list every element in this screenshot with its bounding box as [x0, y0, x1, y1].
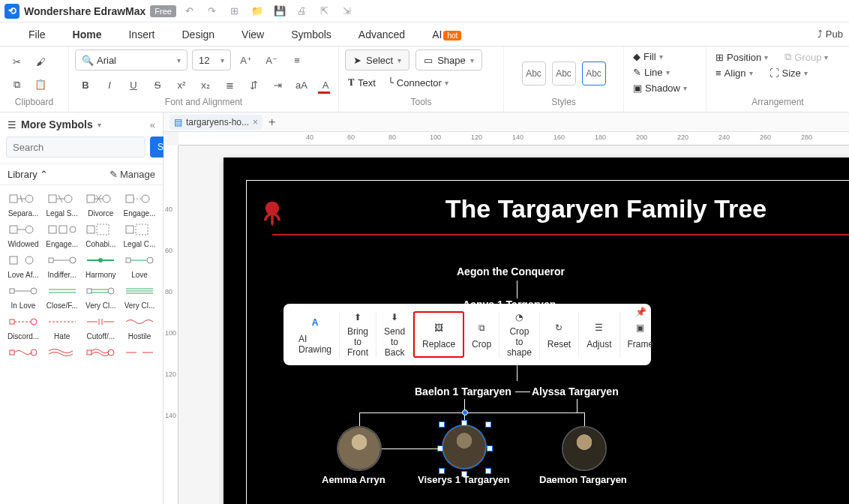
- tree-node[interactable]: Daemon Targaryen: [539, 474, 627, 485]
- font-color-icon[interactable]: A: [315, 75, 336, 94]
- connector-tool[interactable]: ╰ Connector ▾: [385, 75, 452, 90]
- library-label[interactable]: Library ⌃: [8, 169, 48, 180]
- symbol-icon[interactable]: [84, 220, 117, 238]
- menu-insert[interactable]: Insert: [115, 24, 168, 45]
- shadow-button[interactable]: ▣ Shadow ▾: [630, 81, 690, 95]
- select-tool[interactable]: ➤ Select ▾: [345, 50, 410, 70]
- avatar[interactable]: [562, 426, 607, 471]
- decrease-font-icon[interactable]: A⁻: [261, 50, 282, 70]
- menu-file[interactable]: File: [15, 24, 59, 45]
- fill-button[interactable]: ◆ Fill ▾: [630, 50, 666, 64]
- symbol-icon[interactable]: [7, 220, 40, 238]
- symbol-icon[interactable]: [46, 220, 79, 238]
- symbol-icon[interactable]: [7, 190, 40, 208]
- align-button[interactable]: ≡ Align▾: [712, 66, 756, 80]
- style-preset-2[interactable]: Abc: [552, 62, 576, 86]
- font-size-select[interactable]: 12▾: [192, 50, 231, 70]
- style-preset-1[interactable]: Abc: [522, 62, 546, 86]
- symbol-icon[interactable]: [84, 313, 117, 331]
- paste-icon[interactable]: 📋: [30, 75, 51, 94]
- hamburger-icon[interactable]: ☰: [8, 119, 16, 130]
- symbol-icon[interactable]: [123, 344, 156, 362]
- undo-icon[interactable]: ↶: [181, 2, 199, 20]
- symbol-icon[interactable]: [123, 282, 156, 300]
- symbol-icon[interactable]: [7, 251, 40, 269]
- indent-icon[interactable]: ⇥: [267, 75, 288, 94]
- manage-button[interactable]: ✎ Manage: [110, 169, 155, 180]
- text-tool[interactable]: 𝐓 Text: [345, 75, 379, 90]
- symbol-icon[interactable]: [46, 282, 79, 300]
- symbol-icon[interactable]: [84, 282, 117, 300]
- save-icon[interactable]: 💾: [271, 2, 289, 20]
- ctx-replace[interactable]: 🖼Replace: [413, 311, 464, 358]
- ctx-adjust[interactable]: ☰Adjust: [579, 311, 620, 358]
- import-icon[interactable]: ⇲: [338, 2, 356, 20]
- spacing-icon[interactable]: ⇵: [243, 75, 264, 94]
- symbol-icon[interactable]: [7, 313, 40, 331]
- symbol-icon[interactable]: [84, 190, 117, 208]
- symbol-icon[interactable]: [46, 190, 79, 208]
- add-tab-icon[interactable]: +: [268, 116, 275, 129]
- close-tab-icon[interactable]: ×: [253, 117, 258, 128]
- avatar-selected[interactable]: [442, 424, 487, 470]
- superscript-icon[interactable]: x²: [171, 75, 192, 94]
- shape-tool[interactable]: ▭ Shape ▾: [416, 50, 482, 70]
- italic-icon[interactable]: I: [99, 75, 120, 94]
- pin-icon[interactable]: 📌: [635, 307, 646, 317]
- menu-advanced[interactable]: Advanced: [345, 24, 418, 45]
- cut-icon[interactable]: ✂: [6, 52, 27, 72]
- symbol-icon[interactable]: [84, 344, 117, 362]
- ctx-bring-front[interactable]: ⬆Bring to Front: [340, 311, 376, 358]
- symbol-icon[interactable]: [84, 251, 117, 269]
- symbol-icon[interactable]: [123, 190, 156, 208]
- symbol-icon[interactable]: [123, 313, 156, 331]
- bold-icon[interactable]: B: [75, 75, 96, 94]
- avatar[interactable]: [337, 426, 382, 471]
- new-icon[interactable]: ⊞: [226, 2, 244, 20]
- increase-font-icon[interactable]: A⁺: [236, 50, 256, 70]
- symbol-icon[interactable]: [123, 220, 156, 238]
- symbol-icon[interactable]: [46, 251, 79, 269]
- menu-symbols[interactable]: Symbols: [278, 24, 345, 45]
- ctx-ai-drawing[interactable]: AAI Drawing: [291, 311, 340, 358]
- ctx-frame[interactable]: ▣Frame: [620, 311, 662, 358]
- ctx-send-back[interactable]: ⬇Send to Back: [376, 311, 413, 358]
- publish-button[interactable]: ⤴ Pub: [818, 28, 843, 40]
- export-icon[interactable]: ⇱: [316, 2, 334, 20]
- menu-ai[interactable]: AIhot: [418, 24, 475, 45]
- search-input[interactable]: [6, 136, 146, 158]
- copy-icon[interactable]: ⧉: [6, 75, 27, 94]
- tree-node[interactable]: Aemma Arryn: [322, 474, 386, 485]
- symbol-icon[interactable]: [7, 282, 40, 300]
- symbol-icon[interactable]: [46, 313, 79, 331]
- underline-icon[interactable]: U: [123, 75, 144, 94]
- menu-home[interactable]: Home: [59, 24, 116, 45]
- subscript-icon[interactable]: x₂: [195, 75, 216, 94]
- open-icon[interactable]: 📁: [248, 2, 266, 20]
- case-icon[interactable]: aA: [291, 75, 312, 94]
- print-icon[interactable]: 🖨: [293, 2, 311, 20]
- position-button[interactable]: ⊞ Position▾: [712, 50, 771, 64]
- align-icon[interactable]: ≡: [286, 50, 308, 70]
- brush-icon[interactable]: 🖌: [30, 52, 51, 72]
- menu-design[interactable]: Design: [168, 24, 228, 45]
- canvas-area[interactable]: ▤ targaryens-ho... × + 40608010012014016…: [164, 112, 849, 504]
- ctx-crop[interactable]: ⧉Crop: [464, 311, 500, 358]
- redo-icon[interactable]: ↷: [203, 2, 221, 20]
- tree-node[interactable]: Baelon 1 Targaryen: [415, 386, 512, 398]
- symbol-icon[interactable]: [46, 344, 79, 362]
- strike-icon[interactable]: S: [147, 75, 168, 94]
- line-button[interactable]: ✎ Line ▾: [630, 65, 673, 80]
- font-select[interactable]: 🔍 Arial▾: [75, 50, 188, 70]
- menu-view[interactable]: View: [228, 24, 278, 45]
- bullets-icon[interactable]: ≣: [219, 75, 240, 94]
- symbol-icon[interactable]: [7, 344, 40, 362]
- tree-node[interactable]: Viserys 1 Targaryen: [418, 474, 509, 485]
- ctx-crop-shape[interactable]: ◔Crop to shape: [500, 311, 540, 358]
- document-tab[interactable]: ▤ targaryens-ho... ×: [170, 115, 262, 130]
- style-preset-3[interactable]: Abc: [582, 62, 606, 86]
- symbol-icon[interactable]: [123, 251, 156, 269]
- tree-node[interactable]: Aegon the Conqueror: [457, 266, 565, 278]
- collapse-icon[interactable]: «: [150, 119, 155, 130]
- ctx-reset[interactable]: ↻Reset: [540, 311, 579, 358]
